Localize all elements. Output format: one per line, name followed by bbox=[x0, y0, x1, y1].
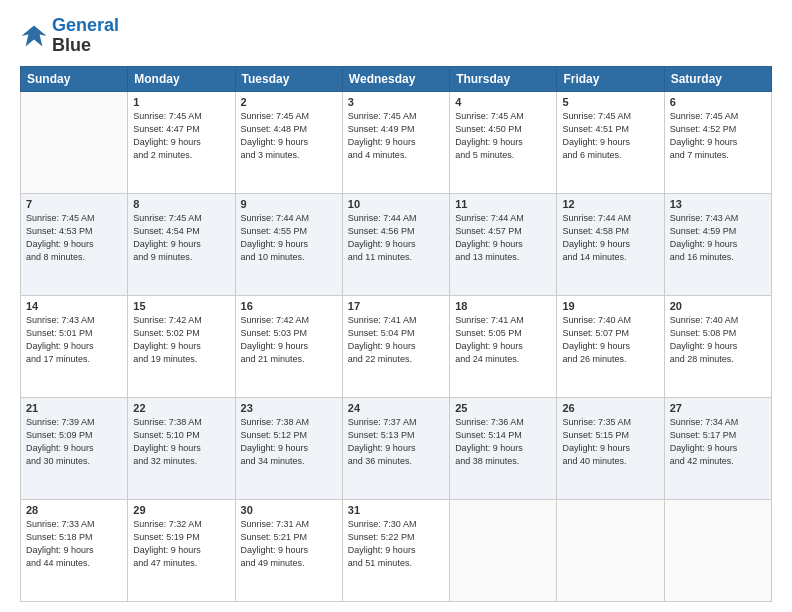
day-info: Sunrise: 7:32 AM Sunset: 5:19 PM Dayligh… bbox=[133, 518, 229, 570]
calendar-cell: 18Sunrise: 7:41 AM Sunset: 5:05 PM Dayli… bbox=[450, 295, 557, 397]
calendar-header-row: SundayMondayTuesdayWednesdayThursdayFrid… bbox=[21, 66, 772, 91]
day-info: Sunrise: 7:45 AM Sunset: 4:50 PM Dayligh… bbox=[455, 110, 551, 162]
calendar-header-monday: Monday bbox=[128, 66, 235, 91]
day-number: 6 bbox=[670, 96, 766, 108]
calendar-cell: 27Sunrise: 7:34 AM Sunset: 5:17 PM Dayli… bbox=[664, 397, 771, 499]
calendar-week-3: 14Sunrise: 7:43 AM Sunset: 5:01 PM Dayli… bbox=[21, 295, 772, 397]
day-info: Sunrise: 7:40 AM Sunset: 5:08 PM Dayligh… bbox=[670, 314, 766, 366]
day-info: Sunrise: 7:45 AM Sunset: 4:54 PM Dayligh… bbox=[133, 212, 229, 264]
calendar-cell: 6Sunrise: 7:45 AM Sunset: 4:52 PM Daylig… bbox=[664, 91, 771, 193]
day-number: 17 bbox=[348, 300, 444, 312]
calendar-cell: 24Sunrise: 7:37 AM Sunset: 5:13 PM Dayli… bbox=[342, 397, 449, 499]
calendar-cell: 19Sunrise: 7:40 AM Sunset: 5:07 PM Dayli… bbox=[557, 295, 664, 397]
day-number: 5 bbox=[562, 96, 658, 108]
day-number: 31 bbox=[348, 504, 444, 516]
day-number: 12 bbox=[562, 198, 658, 210]
day-number: 25 bbox=[455, 402, 551, 414]
day-info: Sunrise: 7:35 AM Sunset: 5:15 PM Dayligh… bbox=[562, 416, 658, 468]
day-info: Sunrise: 7:44 AM Sunset: 4:58 PM Dayligh… bbox=[562, 212, 658, 264]
day-number: 7 bbox=[26, 198, 122, 210]
calendar-cell: 21Sunrise: 7:39 AM Sunset: 5:09 PM Dayli… bbox=[21, 397, 128, 499]
calendar-table: SundayMondayTuesdayWednesdayThursdayFrid… bbox=[20, 66, 772, 602]
calendar-cell: 8Sunrise: 7:45 AM Sunset: 4:54 PM Daylig… bbox=[128, 193, 235, 295]
calendar-cell: 5Sunrise: 7:45 AM Sunset: 4:51 PM Daylig… bbox=[557, 91, 664, 193]
logo: General Blue bbox=[20, 16, 119, 56]
day-number: 1 bbox=[133, 96, 229, 108]
day-info: Sunrise: 7:45 AM Sunset: 4:47 PM Dayligh… bbox=[133, 110, 229, 162]
logo-icon bbox=[20, 22, 48, 50]
calendar-cell: 10Sunrise: 7:44 AM Sunset: 4:56 PM Dayli… bbox=[342, 193, 449, 295]
day-info: Sunrise: 7:31 AM Sunset: 5:21 PM Dayligh… bbox=[241, 518, 337, 570]
day-info: Sunrise: 7:42 AM Sunset: 5:03 PM Dayligh… bbox=[241, 314, 337, 366]
calendar-cell: 13Sunrise: 7:43 AM Sunset: 4:59 PM Dayli… bbox=[664, 193, 771, 295]
calendar-cell: 4Sunrise: 7:45 AM Sunset: 4:50 PM Daylig… bbox=[450, 91, 557, 193]
day-info: Sunrise: 7:36 AM Sunset: 5:14 PM Dayligh… bbox=[455, 416, 551, 468]
calendar-week-4: 21Sunrise: 7:39 AM Sunset: 5:09 PM Dayli… bbox=[21, 397, 772, 499]
calendar-cell: 12Sunrise: 7:44 AM Sunset: 4:58 PM Dayli… bbox=[557, 193, 664, 295]
calendar-cell: 11Sunrise: 7:44 AM Sunset: 4:57 PM Dayli… bbox=[450, 193, 557, 295]
day-number: 15 bbox=[133, 300, 229, 312]
calendar-cell: 29Sunrise: 7:32 AM Sunset: 5:19 PM Dayli… bbox=[128, 499, 235, 601]
day-info: Sunrise: 7:39 AM Sunset: 5:09 PM Dayligh… bbox=[26, 416, 122, 468]
day-info: Sunrise: 7:34 AM Sunset: 5:17 PM Dayligh… bbox=[670, 416, 766, 468]
day-info: Sunrise: 7:30 AM Sunset: 5:22 PM Dayligh… bbox=[348, 518, 444, 570]
calendar-cell bbox=[21, 91, 128, 193]
calendar-cell: 20Sunrise: 7:40 AM Sunset: 5:08 PM Dayli… bbox=[664, 295, 771, 397]
day-info: Sunrise: 7:45 AM Sunset: 4:49 PM Dayligh… bbox=[348, 110, 444, 162]
calendar-cell: 7Sunrise: 7:45 AM Sunset: 4:53 PM Daylig… bbox=[21, 193, 128, 295]
day-number: 20 bbox=[670, 300, 766, 312]
calendar-cell: 23Sunrise: 7:38 AM Sunset: 5:12 PM Dayli… bbox=[235, 397, 342, 499]
calendar-cell: 30Sunrise: 7:31 AM Sunset: 5:21 PM Dayli… bbox=[235, 499, 342, 601]
day-number: 13 bbox=[670, 198, 766, 210]
calendar-header-thursday: Thursday bbox=[450, 66, 557, 91]
day-number: 18 bbox=[455, 300, 551, 312]
day-info: Sunrise: 7:37 AM Sunset: 5:13 PM Dayligh… bbox=[348, 416, 444, 468]
calendar-cell: 16Sunrise: 7:42 AM Sunset: 5:03 PM Dayli… bbox=[235, 295, 342, 397]
day-number: 28 bbox=[26, 504, 122, 516]
day-info: Sunrise: 7:38 AM Sunset: 5:10 PM Dayligh… bbox=[133, 416, 229, 468]
day-number: 27 bbox=[670, 402, 766, 414]
day-number: 14 bbox=[26, 300, 122, 312]
day-number: 22 bbox=[133, 402, 229, 414]
day-number: 10 bbox=[348, 198, 444, 210]
calendar-header-tuesday: Tuesday bbox=[235, 66, 342, 91]
day-info: Sunrise: 7:45 AM Sunset: 4:52 PM Dayligh… bbox=[670, 110, 766, 162]
calendar-cell: 15Sunrise: 7:42 AM Sunset: 5:02 PM Dayli… bbox=[128, 295, 235, 397]
calendar-cell: 31Sunrise: 7:30 AM Sunset: 5:22 PM Dayli… bbox=[342, 499, 449, 601]
calendar-cell: 28Sunrise: 7:33 AM Sunset: 5:18 PM Dayli… bbox=[21, 499, 128, 601]
day-number: 23 bbox=[241, 402, 337, 414]
svg-marker-0 bbox=[21, 25, 46, 46]
day-number: 4 bbox=[455, 96, 551, 108]
calendar-cell: 14Sunrise: 7:43 AM Sunset: 5:01 PM Dayli… bbox=[21, 295, 128, 397]
day-info: Sunrise: 7:40 AM Sunset: 5:07 PM Dayligh… bbox=[562, 314, 658, 366]
page: General Blue SundayMondayTuesdayWednesda… bbox=[0, 0, 792, 612]
day-info: Sunrise: 7:42 AM Sunset: 5:02 PM Dayligh… bbox=[133, 314, 229, 366]
calendar-cell: 26Sunrise: 7:35 AM Sunset: 5:15 PM Dayli… bbox=[557, 397, 664, 499]
day-number: 24 bbox=[348, 402, 444, 414]
day-number: 2 bbox=[241, 96, 337, 108]
calendar-week-2: 7Sunrise: 7:45 AM Sunset: 4:53 PM Daylig… bbox=[21, 193, 772, 295]
calendar-cell: 25Sunrise: 7:36 AM Sunset: 5:14 PM Dayli… bbox=[450, 397, 557, 499]
day-info: Sunrise: 7:44 AM Sunset: 4:56 PM Dayligh… bbox=[348, 212, 444, 264]
day-number: 16 bbox=[241, 300, 337, 312]
day-number: 26 bbox=[562, 402, 658, 414]
calendar-cell: 9Sunrise: 7:44 AM Sunset: 4:55 PM Daylig… bbox=[235, 193, 342, 295]
day-info: Sunrise: 7:41 AM Sunset: 5:05 PM Dayligh… bbox=[455, 314, 551, 366]
calendar-cell: 2Sunrise: 7:45 AM Sunset: 4:48 PM Daylig… bbox=[235, 91, 342, 193]
calendar-cell: 22Sunrise: 7:38 AM Sunset: 5:10 PM Dayli… bbox=[128, 397, 235, 499]
day-info: Sunrise: 7:45 AM Sunset: 4:53 PM Dayligh… bbox=[26, 212, 122, 264]
day-number: 30 bbox=[241, 504, 337, 516]
day-number: 3 bbox=[348, 96, 444, 108]
day-info: Sunrise: 7:33 AM Sunset: 5:18 PM Dayligh… bbox=[26, 518, 122, 570]
day-info: Sunrise: 7:45 AM Sunset: 4:48 PM Dayligh… bbox=[241, 110, 337, 162]
calendar-week-5: 28Sunrise: 7:33 AM Sunset: 5:18 PM Dayli… bbox=[21, 499, 772, 601]
day-number: 29 bbox=[133, 504, 229, 516]
calendar-cell bbox=[664, 499, 771, 601]
logo-text: General Blue bbox=[52, 16, 119, 56]
day-number: 8 bbox=[133, 198, 229, 210]
day-number: 9 bbox=[241, 198, 337, 210]
calendar-header-wednesday: Wednesday bbox=[342, 66, 449, 91]
calendar-cell bbox=[450, 499, 557, 601]
calendar-week-1: 1Sunrise: 7:45 AM Sunset: 4:47 PM Daylig… bbox=[21, 91, 772, 193]
calendar-header-saturday: Saturday bbox=[664, 66, 771, 91]
